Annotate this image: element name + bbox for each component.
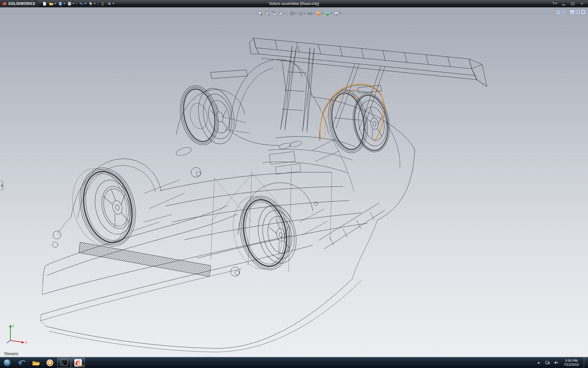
print-icon	[67, 1, 72, 6]
taskbar-internet-explorer[interactable]: e	[15, 358, 28, 368]
folder-icon	[32, 359, 40, 367]
new-document-icon	[42, 1, 47, 6]
save-button[interactable]	[57, 1, 66, 7]
show-desktop-button[interactable]	[584, 357, 587, 368]
volume-icon	[554, 360, 558, 365]
toolbar-separator	[98, 1, 98, 6]
hide-show-items-button[interactable]	[307, 10, 315, 17]
highlighted-edge[interactable]	[320, 84, 384, 142]
doc-minimize-icon	[571, 10, 574, 14]
toolbar-separator	[40, 1, 40, 6]
clock-date: 7/13/2015	[564, 363, 579, 367]
triad-y-label: y	[12, 324, 14, 328]
save-dropdown-caret[interactable]	[63, 3, 65, 4]
help-dropdown-caret[interactable]	[555, 3, 557, 4]
doc-close-button[interactable]	[581, 10, 586, 14]
hidden-icons-caret-icon	[537, 362, 540, 363]
taskbar-command-prompt[interactable]: C:\	[57, 358, 71, 368]
zoom-to-fit-button[interactable]	[257, 10, 264, 17]
section-view-button[interactable]	[277, 10, 286, 17]
tile-icon	[562, 10, 565, 14]
left-panel-flyout[interactable]	[0, 181, 3, 190]
view-settings-button[interactable]	[333, 10, 342, 17]
front-right-wheel[interactable]	[175, 79, 239, 151]
minimize-icon	[562, 5, 565, 5]
doc-minimize-button[interactable]	[570, 10, 575, 14]
apply-scene-icon	[325, 11, 330, 16]
section-view-icon	[278, 11, 283, 16]
options-button[interactable]	[106, 1, 115, 7]
document-window-controls	[552, 10, 586, 14]
display-style-icon	[298, 11, 303, 16]
front-left-wheel[interactable]	[65, 161, 144, 254]
rear-left-wheel[interactable]	[227, 189, 302, 276]
undo-button[interactable]	[78, 1, 87, 7]
undo-dropdown-caret[interactable]	[85, 3, 86, 4]
hide-show-items-caret[interactable]	[313, 13, 315, 14]
rear-wing[interactable]	[249, 38, 487, 86]
previous-view-icon	[271, 11, 277, 16]
graphics-viewport[interactable]: y x *Dimetric	[0, 7, 588, 357]
rebuild-icon	[100, 1, 105, 6]
start-button[interactable]	[0, 358, 14, 368]
display-style-button[interactable]	[298, 10, 306, 17]
command-prompt-icon: C:\	[60, 359, 68, 367]
print-dropdown-caret[interactable]	[73, 3, 74, 4]
front-grille-mesh	[79, 242, 211, 277]
display-style-caret[interactable]	[304, 13, 306, 14]
apply-scene-caret[interactable]	[330, 13, 332, 14]
open-button[interactable]	[48, 1, 57, 7]
toolbar-separator	[77, 1, 77, 6]
undo-icon	[79, 1, 84, 6]
options-dropdown-caret[interactable]	[112, 3, 114, 4]
view-orientation-icon	[289, 11, 295, 16]
doc-restore-button[interactable]	[575, 10, 580, 14]
select-cursor-icon	[88, 1, 93, 6]
doc-restore-icon	[576, 10, 579, 14]
taskbar-media-player[interactable]	[43, 358, 57, 368]
svg-text:C:\: C:\	[62, 361, 66, 363]
doc-tile-button[interactable]	[561, 10, 566, 14]
window-controls: ? ×	[551, 1, 588, 6]
triad-x-label: x	[25, 341, 27, 344]
select-dropdown-caret[interactable]	[94, 3, 96, 4]
save-icon	[58, 1, 63, 6]
taskbar-solidworks[interactable]: 2015	[71, 358, 85, 368]
view-orientation-caret[interactable]	[295, 13, 297, 14]
system-tray: 3:55 PM 7/13/2015	[536, 357, 588, 368]
minimize-button[interactable]	[559, 1, 568, 6]
edit-appearance-caret[interactable]	[322, 13, 323, 14]
app-logo: SOLIDWORKS	[0, 0, 38, 7]
doc-cascade-button[interactable]	[556, 10, 560, 14]
network-tray-icon[interactable]	[544, 359, 550, 366]
view-orientation-button[interactable]	[289, 10, 297, 17]
open-dropdown-caret[interactable]	[54, 3, 56, 4]
taskbar-clock[interactable]: 3:55 PM 7/13/2015	[561, 359, 581, 367]
view-settings-caret[interactable]	[339, 13, 341, 14]
brand-text: SOLIDWORKS	[8, 2, 35, 6]
close-button[interactable]: ×	[578, 1, 586, 6]
help-button[interactable]: ?	[551, 2, 559, 6]
edit-appearance-button[interactable]	[315, 10, 324, 17]
taskbar-windows-explorer[interactable]	[29, 358, 43, 368]
new-document-button[interactable]	[41, 1, 48, 7]
section-view-caret[interactable]	[284, 13, 285, 14]
maximize-button[interactable]	[568, 1, 577, 6]
rebuild-button[interactable]	[99, 1, 106, 7]
doc-close-icon	[582, 10, 585, 14]
solidworks-logo-icon	[2, 1, 7, 6]
internet-explorer-icon: e	[18, 359, 26, 367]
volume-tray-icon[interactable]	[553, 359, 559, 366]
windows-start-icon	[3, 359, 11, 367]
open-folder-icon	[49, 1, 54, 6]
car-wireframe-model[interactable]	[0, 7, 588, 357]
desktop: SOLIDWORKS	[0, 0, 588, 368]
zoom-to-area-button[interactable]	[264, 10, 270, 17]
print-button[interactable]	[66, 1, 75, 7]
select-button[interactable]	[87, 1, 96, 7]
orientation-label: *Dimetric	[4, 352, 19, 356]
previous-view-button[interactable]	[271, 10, 277, 17]
network-icon	[545, 360, 550, 365]
apply-scene-button[interactable]	[324, 10, 333, 17]
show-hidden-icons-button[interactable]	[536, 359, 542, 366]
